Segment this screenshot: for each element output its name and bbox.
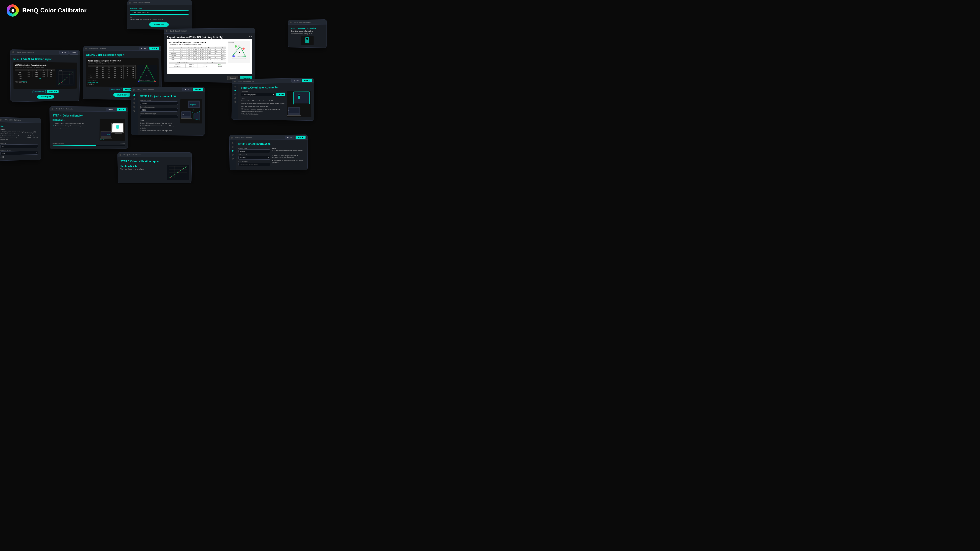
connect-button[interactable]: Connect — [276, 93, 285, 96]
calibrating-label: Calibrating... — [52, 119, 97, 121]
step5-bottom-title: STEP 5 Color calibration report — [121, 160, 189, 163]
activation-code-input[interactable]: XXXX-XXXX-XXXX-XXXX — [130, 10, 189, 14]
last-button[interactable]: ◀ Last — [59, 51, 69, 55]
gamma-select[interactable]: 2.2 ▾ — [1, 144, 38, 148]
step-dot-1 — [232, 142, 234, 144]
svg-point-6 — [232, 55, 235, 57]
gamma-label: gamma — [1, 143, 38, 144]
network-label: Select the network type — [140, 113, 178, 114]
step5-bottom-content: STEP 5 Color calibration report Confirm … — [118, 157, 191, 183]
step1-titlebar: BenQ Color Calibrator ◀ Last Next ▶ — [131, 87, 205, 92]
report-preview-window-title: BenQ Color Calibrator — [170, 30, 187, 32]
svg-point-25 — [154, 81, 156, 82]
step5-gamma-content: STEP 5 Color calibration report W2710 Ca… — [10, 55, 80, 102]
guide-item-2: 2. Please fill in the height and width o… — [272, 155, 305, 159]
last-button[interactable]: ◀ Last — [285, 135, 294, 139]
titlebar-dot — [133, 89, 135, 91]
display-mode-select[interactable]: Cinema ▾ — [239, 149, 270, 153]
step-dot-5 — [134, 110, 135, 112]
colorimeter-field: Colorimeter X-Rite i1 DisplayPro ▾ Conne… — [241, 91, 285, 96]
svg-point-4 — [242, 48, 245, 50]
guide-section: Guide 1. Use HDMI cable to connect PC an… — [140, 120, 178, 132]
next-button[interactable]: Next ▶ — [302, 79, 312, 83]
chevron-down-icon: ▾ — [36, 145, 37, 147]
step1-layout: STEP 1 Projector connection Projector mo… — [131, 92, 205, 135]
svg-point-7 — [239, 52, 240, 53]
step5-gamma-title: STEP 5 Color calibration report — [13, 57, 78, 61]
confirm-finish-label: Confirm finish — [121, 165, 165, 167]
svg-rect-55 — [287, 115, 301, 116]
partial-guide: Guide 1. Output dynamic range is decided… — [1, 129, 38, 141]
svg-text:01 / 07: 01 / 07 — [100, 139, 105, 141]
next-button[interactable]: Next ▶ — [193, 88, 203, 91]
step-dot-4 — [134, 106, 135, 108]
step-dot-4 — [232, 154, 234, 156]
step-dot-5 — [234, 101, 236, 103]
step5-bottom-titlebar: BenQ Color Calibrator — [118, 152, 192, 157]
gamut-sub: Colorimeter: X-Rite i1 DisplayPro · Cine… — [88, 62, 157, 64]
colorimeter-select[interactable]: X-Rite i1 DisplayPro ▾ — [241, 93, 275, 96]
last-button[interactable]: ◀ Last — [291, 79, 301, 83]
color-gamut-triangle: CIE 1931 — [228, 41, 250, 64]
color-gamut-chart — [137, 65, 157, 85]
gamma-layout: RGBW 2.22.202.202.202.20 Before2.152.182… — [15, 69, 76, 87]
last-button[interactable]: ◀ Last — [139, 46, 148, 50]
report-preview-titlebar: BenQ Color Calibrator — [164, 28, 255, 33]
activate-button[interactable]: Activate now — [149, 22, 169, 27]
activation-window-title: BenQ Color Calibrator — [133, 2, 150, 4]
step3-window: BenQ Color Calibrator ◀ Last Next ▶ STEP… — [229, 135, 307, 170]
color-gamut-select[interactable]: Rec.709 ▾ — [239, 156, 270, 159]
titlebar-dot — [119, 154, 121, 156]
step1-title: STEP 1 Projector connection — [140, 94, 202, 98]
save-report-button[interactable]: Save Report — [37, 95, 54, 99]
step1-form: Projector model W2700 ▾ Connection appro… — [140, 100, 178, 133]
network-select[interactable]: — ▾ — [140, 115, 178, 118]
gamut-layout: RGBCMYW x.640.300.150.210.321.415.313 y.… — [88, 65, 157, 85]
connection-select[interactable]: RS232 ▾ — [140, 108, 178, 112]
result-before-btn[interactable]: Result before — [109, 88, 122, 91]
step5-bottom-text: Confirm finish Your report hasn't been s… — [121, 165, 165, 180]
gamut-summary: before calibration $3 $27.00 nit $4,431 … — [88, 80, 136, 85]
step2-window: BenQ Color Calibrator ◀ Last Next ▶ STEP… — [232, 78, 315, 121]
svg-text:Projector: Projector — [190, 104, 196, 106]
caution2: ✓ Please do not change the ambient brigh… — [52, 125, 97, 127]
guide-item-1: 1. Calibration will be stored in chosen … — [272, 150, 305, 154]
svg-text:CIE 1931: CIE 1931 — [228, 42, 234, 43]
report-preview-title: Report preview — White BG (printing frie… — [167, 36, 223, 39]
partial-guide-text: 1. Output dynamic range is decided by th… — [1, 131, 38, 141]
titlebar-dot — [129, 2, 131, 4]
next-button[interactable]: Next ▶ — [149, 46, 159, 50]
chevron-down-icon: ▾ — [273, 94, 274, 95]
left-partial-titlebar: BenQ Color Calibrator — [0, 117, 40, 123]
result-after-button[interactable]: Result after — [47, 90, 59, 93]
report-preview-window: BenQ Color Calibrator Report preview — W… — [164, 28, 255, 83]
last-button[interactable]: ◀ Last — [106, 108, 115, 111]
check-icon-2: ✓ — [52, 125, 54, 127]
guide-item-2: 2. Place the colorimeter where it won't … — [241, 103, 285, 105]
next-button[interactable]: Next ▶ — [116, 108, 126, 111]
last-button[interactable]: ◀ Last — [182, 88, 192, 91]
finish-button[interactable]: Finish — [70, 51, 78, 54]
titlebar-dot — [0, 119, 2, 121]
step1-window: BenQ Color Calibrator ◀ Last Next ▶ STEP… — [131, 87, 205, 136]
step2-inner: Colorimeter X-Rite i1 DisplayPro ▾ Conne… — [241, 91, 312, 118]
svg-text:Input: Input — [59, 70, 62, 71]
titlebar-dot — [290, 21, 292, 23]
step2-title: STEP 2 Colorimeter connection — [241, 86, 311, 89]
gamma-report-sub: Colorimeter: X-Rite i1 DisplayPro · Cine… — [15, 67, 76, 68]
step5-bottom-gamma-chart — [167, 165, 189, 180]
projector-model-select[interactable]: W2700 ▾ — [140, 102, 178, 105]
step5-gamut-title: STEP 5 Color calibration report — [86, 53, 159, 57]
svg-rect-21 — [137, 65, 157, 85]
step1-diagram: Projector PC — [180, 100, 202, 133]
next-button[interactable]: Next ▶ — [295, 135, 306, 139]
drag-titlebar: BenQ Color Calibrator — [288, 20, 326, 25]
dynamic-range-select[interactable]: Full ▾ — [1, 151, 38, 155]
result-before-button[interactable]: Result before — [33, 90, 46, 94]
step-indicator — [232, 84, 239, 120]
projector-model-field: Projector model W2700 ▾ — [140, 100, 178, 105]
step3-window-title: BenQ Color Calibrator — [235, 137, 252, 138]
save-report-btn[interactable]: Save Report — [113, 93, 130, 97]
picture-height-input[interactable]: Please enter picture height — [239, 162, 270, 166]
gamma-data-table: RGBW 2.22.202.202.202.20 Before2.152.182… — [15, 69, 55, 79]
